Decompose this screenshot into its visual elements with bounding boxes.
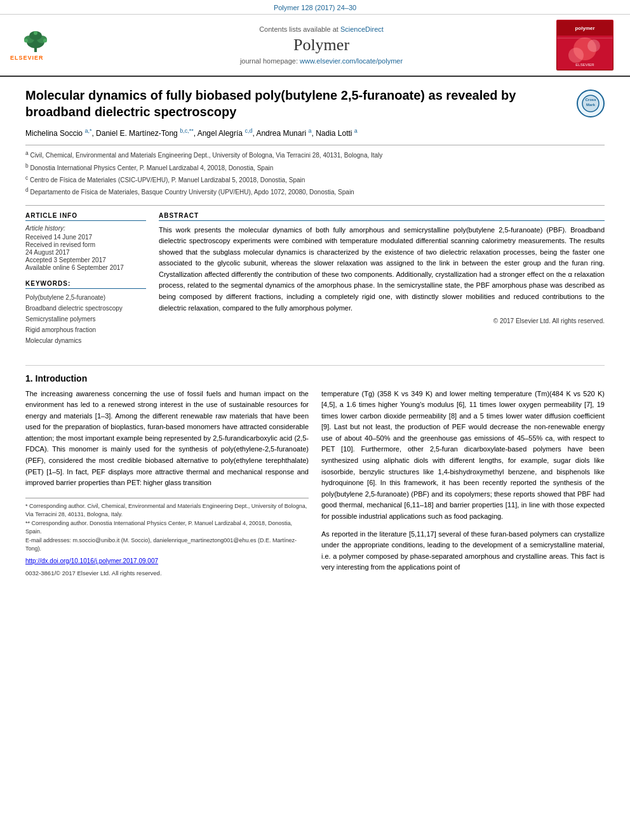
article-history-label: Article history: <box>25 225 146 232</box>
svg-point-13 <box>587 39 600 52</box>
section-title: 1. Introduction <box>25 373 605 383</box>
right-column: ABSTRACT This work presents the molecula… <box>159 212 605 355</box>
journal-homepage: journal homepage: www.elsevier.com/locat… <box>86 57 556 65</box>
elsevier-tree-svg <box>10 28 64 53</box>
svg-point-7 <box>34 31 37 35</box>
svg-text:polymer: polymer <box>575 25 594 31</box>
received-revised-label: Received in revised form <box>25 241 146 248</box>
copyright-text: © 2017 Elsevier Ltd. All rights reserved… <box>159 317 605 324</box>
keywords-list: Poly(butylene 2,5-furanoate) Broadband d… <box>25 293 146 346</box>
article-title: Molecular dynamics of fully biobased pol… <box>25 87 605 120</box>
sciencedirect-label: Contents lists available at ScienceDirec… <box>86 25 556 33</box>
received-date: Received 14 June 2017 <box>25 234 146 241</box>
svg-text:ELSEVIER: ELSEVIER <box>575 63 594 67</box>
intro-paragraph-right-2: As reported in the literature [5,11,17] … <box>321 529 605 573</box>
introduction-section: 1. Introduction The increasing awareness… <box>25 365 605 579</box>
svg-point-5 <box>24 39 28 43</box>
affiliation-d: d Departamento de Física de Materiales, … <box>25 186 605 197</box>
abstract-section: ABSTRACT This work presents the molecula… <box>159 212 605 325</box>
footnote-emails: E-mail addresses: m.soccio@unibo.it (M. … <box>25 537 309 554</box>
affiliation-b: b Donostia International Physics Center,… <box>25 162 605 173</box>
authors-line: Michelina Soccio a,*, Daniel E. Martínez… <box>25 126 605 140</box>
accepted-date: Accepted 3 September 2017 <box>25 257 146 263</box>
footnotes: * Corresponding author. Civil, Chemical,… <box>25 498 309 554</box>
journal-homepage-link[interactable]: www.elsevier.com/locate/polymer <box>300 57 403 65</box>
footnote-1: * Corresponding author. Civil, Chemical,… <box>25 502 309 519</box>
cover-image-svg: polymer ELSEVIER <box>557 20 613 70</box>
available-online: Available online 6 September 2017 <box>25 264 146 271</box>
journal-title: Polymer <box>86 36 556 55</box>
intro-left-column: The increasing awareness concerning the … <box>25 389 309 579</box>
svg-text:Mark: Mark <box>586 103 596 107</box>
abstract-text: This work presents the molecular dynamic… <box>159 225 605 314</box>
elsevier-text-label: ELSEVIER <box>10 55 44 61</box>
keyword-3: Semicrystalline polymers <box>25 314 146 324</box>
article-history: ARTICLE INFO Article history: Received 1… <box>25 212 146 271</box>
left-column: ARTICLE INFO Article history: Received 1… <box>25 212 146 355</box>
doi-link[interactable]: http://dx.doi.org/10.1016/j.polymer.2017… <box>25 557 309 564</box>
polymer-cover-area: polymer ELSEVIER <box>556 20 620 70</box>
crossmark-badge: Cross Mark <box>577 90 605 117</box>
received-revised-date: 24 August 2017 <box>25 249 146 256</box>
affiliations: a Civil, Chemical, Environmental and Mat… <box>25 145 605 197</box>
svg-point-12 <box>568 48 584 63</box>
svg-text:Cross: Cross <box>585 98 596 102</box>
affiliation-a: a Civil, Chemical, Environmental and Mat… <box>25 149 605 160</box>
keywords-section: Keywords: Poly(butylene 2,5-furanoate) B… <box>25 280 146 346</box>
article-info-heading: ARTICLE INFO <box>25 212 146 221</box>
journal-header: ELSEVIER Contents lists available at Sci… <box>0 15 630 77</box>
keyword-4: Rigid amorphous fraction <box>25 325 146 335</box>
svg-point-6 <box>43 39 47 43</box>
footnote-2: ** Corresponding author. Donostia Intern… <box>25 519 309 537</box>
polymer-journal-cover: polymer ELSEVIER <box>556 20 613 70</box>
keyword-5: Molecular dynamics <box>25 336 146 346</box>
affiliation-c: c Centro de Física de Materiales (CSIC-U… <box>25 174 605 185</box>
intro-paragraph-right: temperature (Tg) (358 K vs 349 K) and lo… <box>321 389 605 523</box>
journal-citation: Polymer 128 (2017) 24–30 <box>0 0 630 15</box>
sciencedirect-link[interactable]: ScienceDirect <box>340 25 384 33</box>
keywords-heading: Keywords: <box>25 280 146 289</box>
intro-paragraph-left: The increasing awareness concerning the … <box>25 389 309 489</box>
article-info-abstract: ARTICLE INFO Article history: Received 1… <box>25 205 605 355</box>
intro-right-column: temperature (Tg) (358 K vs 349 K) and lo… <box>321 389 605 579</box>
introduction-columns: The increasing awareness concerning the … <box>25 389 605 579</box>
article-main: Cross Mark Molecular dynamics of fully b… <box>0 77 630 589</box>
abstract-heading: ABSTRACT <box>159 212 605 221</box>
elsevier-logo-area: ELSEVIER <box>10 28 86 63</box>
crossmark-icon: Cross Mark <box>581 94 600 113</box>
issn-text: 0032-3861/© 2017 Elsevier Ltd. All right… <box>25 567 309 579</box>
keyword-2: Broadband dielectric spectroscopy <box>25 303 146 314</box>
elsevier-logo: ELSEVIER <box>10 28 80 63</box>
doi-anchor[interactable]: http://dx.doi.org/10.1016/j.polymer.2017… <box>25 557 158 564</box>
keyword-1: Poly(butylene 2,5-furanoate) <box>25 293 146 303</box>
journal-info-center: Contents lists available at ScienceDirec… <box>86 25 556 65</box>
